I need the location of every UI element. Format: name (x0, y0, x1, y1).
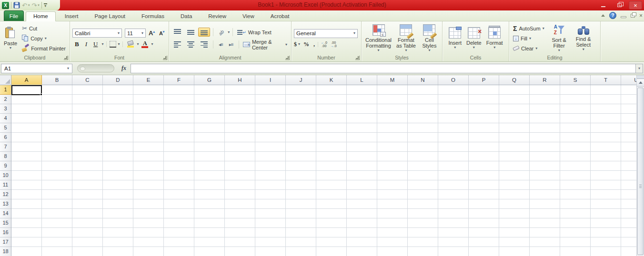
insert-cells-button[interactable]: Insert ▾ (447, 26, 463, 50)
sort-filter-dropdown-icon[interactable]: ▾ (558, 49, 560, 52)
font-color-icon[interactable]: A (140, 41, 150, 48)
tab-home[interactable]: Home (26, 11, 56, 21)
vertical-scrollbar[interactable] (636, 75, 644, 256)
fill-color-dropdown-icon[interactable]: ▾ (137, 42, 139, 46)
tab-view[interactable]: View (235, 12, 262, 21)
collapse-ribbon-icon[interactable] (601, 14, 605, 17)
fill-handle[interactable] (40, 93, 42, 96)
orientation-icon[interactable]: ab (216, 28, 226, 37)
orientation-dropdown-icon[interactable]: ▾ (228, 30, 230, 34)
row-header-9[interactable]: 9 (0, 161, 11, 171)
alignment-dialog-launcher-icon[interactable] (285, 56, 290, 60)
decrease-indent-icon[interactable]: ◂≡ (216, 40, 225, 49)
column-header-O[interactable]: O (438, 75, 469, 85)
italic-icon[interactable]: I (83, 40, 90, 48)
font-dialog-launcher-icon[interactable] (163, 56, 167, 60)
borders-icon[interactable] (110, 41, 116, 48)
tab-insert[interactable]: Insert (58, 12, 86, 21)
split-handle[interactable] (637, 75, 644, 79)
column-header-S[interactable]: S (560, 75, 591, 85)
paste-button[interactable]: Paste ▾ (2, 26, 19, 51)
row-header-13[interactable]: 13 (0, 199, 11, 209)
name-box[interactable]: A1 ▾ (1, 64, 72, 73)
column-header-L[interactable]: L (347, 75, 377, 85)
row-header-18[interactable]: 18 (0, 247, 11, 256)
row-header-10[interactable]: 10 (0, 171, 11, 180)
select-all-corner[interactable] (0, 75, 11, 85)
workbook-restore-icon[interactable] (631, 14, 635, 18)
column-header-K[interactable]: K (316, 75, 347, 85)
formula-input[interactable] (131, 64, 635, 73)
column-header-F[interactable]: F (164, 75, 194, 85)
restore-icon[interactable] (613, 1, 626, 10)
column-header-P[interactable]: P (469, 75, 499, 85)
format-cells-button[interactable]: Format ▾ (485, 26, 504, 50)
align-bottom-icon[interactable] (198, 28, 210, 37)
decrease-decimal-icon[interactable]: .00→.0 (331, 41, 337, 48)
row-header-15[interactable]: 15 (0, 218, 11, 228)
clipboard-dialog-launcher-icon[interactable] (64, 56, 68, 60)
number-format-select[interactable]: General▾ (294, 29, 358, 38)
shrink-font-icon[interactable]: A▾ (158, 30, 166, 36)
column-header-I[interactable]: I (255, 75, 286, 85)
font-size-select[interactable]: 11▾ (125, 29, 146, 38)
align-center-icon[interactable] (185, 40, 197, 49)
wrap-text-button[interactable]: ↵ Wrap Text (236, 27, 273, 37)
align-middle-icon[interactable] (185, 28, 197, 37)
tab-formulas[interactable]: Formulas (134, 12, 171, 21)
row-header-6[interactable]: 6 (0, 133, 11, 142)
column-header-J[interactable]: J (286, 75, 316, 85)
borders-dropdown-icon[interactable]: ▾ (118, 42, 120, 46)
column-header-Q[interactable]: Q (499, 75, 530, 85)
fill-color-icon[interactable] (126, 41, 135, 48)
underline-icon[interactable]: U (91, 40, 100, 48)
fill-button[interactable]: ↓ Fill ▾ (512, 33, 546, 43)
sort-filter-button[interactable]: AZ Sort & Filter ▾ (549, 23, 570, 53)
format-as-table-dropdown-icon[interactable]: ▾ (405, 49, 407, 52)
format-dropdown-icon[interactable]: ▾ (493, 46, 495, 49)
column-header-G[interactable]: G (194, 75, 225, 85)
format-painter-button[interactable]: Format Painter (20, 43, 67, 53)
row-header-12[interactable]: 12 (0, 190, 11, 199)
align-right-icon[interactable] (198, 40, 210, 49)
workbook-close-icon[interactable]: × (639, 13, 643, 19)
selected-cell-a1[interactable] (11, 85, 42, 95)
row-header-16[interactable]: 16 (0, 228, 11, 237)
merge-center-dropdown-icon[interactable]: ▾ (285, 43, 287, 47)
autosum-button[interactable]: Σ AutoSum ▾ (512, 23, 546, 33)
row-header-2[interactable]: 2 (0, 95, 11, 104)
scrollbar-thumb[interactable] (637, 88, 644, 255)
column-header-C[interactable]: C (72, 75, 103, 85)
column-header-E[interactable]: E (133, 75, 164, 85)
help-icon[interactable]: ? (609, 12, 616, 19)
column-header-D[interactable]: D (103, 75, 133, 85)
format-as-table-button[interactable]: Format as Table ▾ (394, 23, 418, 53)
scroll-up-icon[interactable] (637, 79, 644, 87)
paste-dropdown-icon[interactable]: ▾ (10, 46, 11, 50)
insert-function-icon[interactable]: fx (117, 64, 131, 73)
merge-center-button[interactable]: ↔a Merge & Center ▾ (242, 39, 289, 49)
row-header-5[interactable]: 5 (0, 123, 11, 133)
increase-indent-icon[interactable]: ▸≡ (227, 40, 236, 49)
font-name-select[interactable]: Calibri▾ (72, 29, 122, 38)
workbook-minimize-icon[interactable] (621, 16, 626, 18)
underline-dropdown-icon[interactable]: ▾ (101, 42, 103, 46)
comma-icon[interactable]: , (313, 41, 315, 48)
percent-icon[interactable]: % (303, 41, 309, 48)
delete-cells-button[interactable]: × Delete ▾ (465, 26, 483, 50)
currency-icon[interactable]: $ (294, 41, 297, 48)
clear-dropdown-icon[interactable]: ▾ (535, 47, 537, 50)
tab-review[interactable]: Review (201, 12, 233, 21)
find-select-dropdown-icon[interactable]: ▾ (583, 48, 584, 51)
column-header-T[interactable]: T (591, 75, 621, 85)
delete-dropdown-icon[interactable]: ▾ (473, 46, 475, 49)
fill-dropdown-icon[interactable]: ▾ (529, 37, 531, 40)
autosum-dropdown-icon[interactable]: ▾ (543, 27, 544, 30)
row-header-1[interactable]: 1 (0, 85, 11, 95)
tab-acrobat[interactable]: Acrobat (263, 12, 297, 21)
close-icon[interactable]: × (629, 1, 642, 10)
column-header-M[interactable]: M (377, 75, 408, 85)
row-header-4[interactable]: 4 (0, 114, 11, 123)
number-dialog-launcher-icon[interactable] (355, 56, 360, 60)
tab-file[interactable]: File (4, 10, 24, 21)
